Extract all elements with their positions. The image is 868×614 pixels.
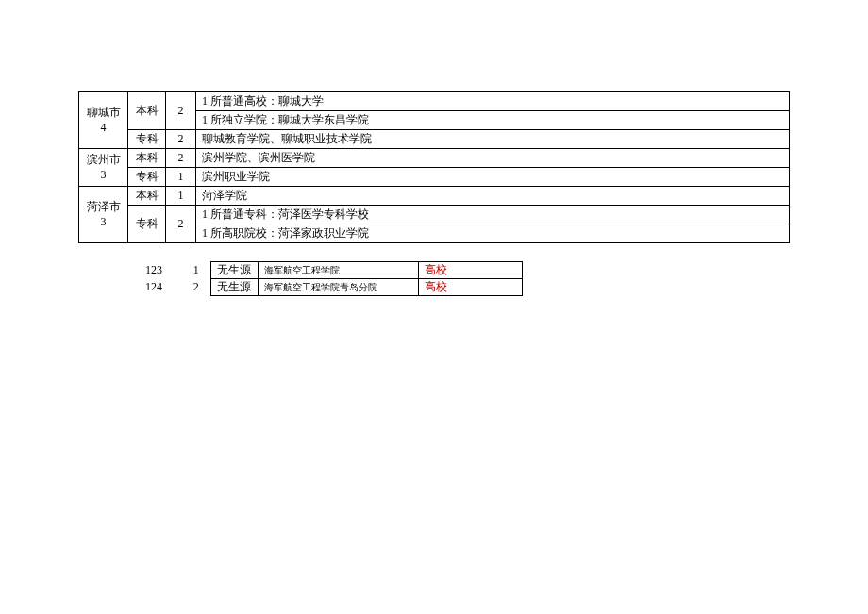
nosource-cell: 无生源 — [210, 262, 258, 279]
table-row: 滨州市 3 本科 2 滨州学院、滨州医学院 — [79, 149, 790, 168]
city-cell-heze: 菏泽市 3 — [79, 187, 128, 243]
table-row: 专科 2 1 所普通专科：菏泽医学专科学校 — [79, 206, 790, 224]
count-cell: 2 — [166, 130, 196, 149]
level-cell: 本科 — [128, 187, 166, 206]
desc-cell: 1 所普通专科：菏泽医学专科学校 — [196, 206, 790, 224]
count-cell: 1 — [166, 168, 196, 187]
level-cell: 专科 — [128, 168, 166, 187]
desc-cell: 1 所高职院校：菏泽家政职业学院 — [196, 224, 790, 243]
city-school-table: 聊城市 4 本科 2 1 所普通高校：聊城大学 1 所独立学院：聊城大学东昌学院… — [78, 91, 790, 243]
desc-cell: 聊城教育学院、聊城职业技术学院 — [196, 130, 790, 149]
level-cell: 本科 — [128, 92, 166, 130]
desc-cell: 1 所独立学院：聊城大学东昌学院 — [196, 111, 790, 130]
school-tag-cell: 高校 — [418, 279, 522, 296]
table-row: 专科 2 聊城教育学院、聊城职业技术学院 — [79, 130, 790, 149]
school-name-cell: 海军航空工程学院 — [258, 262, 418, 279]
table-row: 专科 1 滨州职业学院 — [79, 168, 790, 187]
level-cell: 专科 — [128, 206, 166, 243]
count-cell: 2 — [166, 149, 196, 168]
level-cell: 本科 — [128, 149, 166, 168]
count-cell: 2 — [166, 206, 196, 243]
table-row: 123 1 无生源 海军航空工程学院 高校 — [125, 262, 522, 279]
table-row: 菏泽市 3 本科 1 菏泽学院 — [79, 187, 790, 206]
desc-cell: 滨州职业学院 — [196, 168, 790, 187]
desc-cell: 菏泽学院 — [196, 187, 790, 206]
row-index: 124 — [125, 279, 182, 296]
row-seq: 1 — [182, 262, 210, 279]
count-cell: 2 — [166, 92, 196, 130]
city-name: 滨州市 — [85, 153, 122, 168]
school-tag-cell: 高校 — [418, 262, 522, 279]
city-name: 菏泽市 — [85, 200, 122, 215]
city-count: 3 — [85, 215, 122, 230]
table-row: 124 2 无生源 海军航空工程学院青岛分院 高校 — [125, 279, 522, 296]
city-cell-liaocheng: 聊城市 4 — [79, 92, 128, 149]
city-name: 聊城市 — [85, 106, 122, 121]
table-row: 聊城市 4 本科 2 1 所普通高校：聊城大学 — [79, 92, 790, 111]
desc-cell: 1 所普通高校：聊城大学 — [196, 92, 790, 111]
school-name-cell: 海军航空工程学院青岛分院 — [258, 279, 418, 296]
city-count: 3 — [85, 168, 122, 183]
count-cell: 1 — [166, 187, 196, 206]
city-count: 4 — [85, 121, 122, 136]
nosource-school-table: 123 1 无生源 海军航空工程学院 高校 124 2 无生源 海军航空工程学院… — [125, 261, 523, 296]
row-seq: 2 — [182, 279, 210, 296]
row-index: 123 — [125, 262, 182, 279]
level-cell: 专科 — [128, 130, 166, 149]
city-cell-binzhou: 滨州市 3 — [79, 149, 128, 187]
nosource-cell: 无生源 — [210, 279, 258, 296]
desc-cell: 滨州学院、滨州医学院 — [196, 149, 790, 168]
